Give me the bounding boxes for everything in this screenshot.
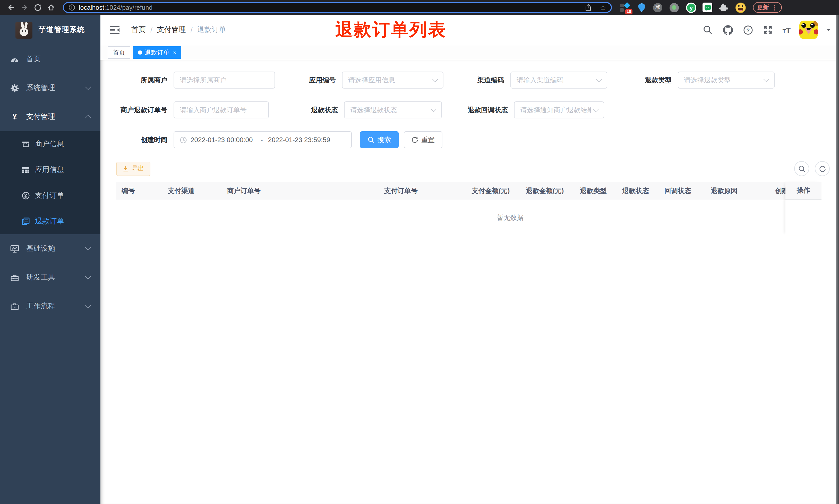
refund-table: 编号 支付渠道 商户订单号 支付订单号 支付金额(元) 退款金额(元) 退款类型… [117, 182, 821, 235]
toolbox-icon [10, 273, 19, 282]
chevron-down-icon [85, 303, 91, 308]
extension-chat-icon[interactable] [702, 2, 713, 13]
col-refund-status: 退款状态 [617, 182, 659, 200]
sidebar-item-merchant-info[interactable]: 商户信息 [0, 131, 101, 157]
browser-back-icon[interactable] [4, 2, 18, 13]
help-icon[interactable]: ? [743, 24, 754, 36]
browser-forward-icon[interactable] [18, 2, 31, 13]
table-grid-icon [22, 166, 30, 174]
sidebar-item-pay-order[interactable]: 支付订单 [0, 183, 101, 209]
create-time-range-picker[interactable]: 2022-01-23 00:00:00 - 2022-01-23 23:59:5… [174, 131, 352, 148]
document-copy-icon [22, 217, 30, 226]
search-button[interactable]: 搜索 [360, 131, 399, 148]
sidebar-collapse-icon[interactable] [110, 25, 120, 34]
sidebar-item-label: 系统管理 [26, 84, 55, 93]
briefcase-icon [10, 302, 19, 311]
show-search-button[interactable] [794, 161, 809, 176]
extension-puzzle-icon[interactable] [719, 2, 729, 13]
empty-text: 暂无数据 [497, 213, 523, 222]
refresh-table-button[interactable] [815, 161, 830, 176]
url-bar[interactable]: localhost:1024/pay/refund ☆ [63, 2, 612, 13]
sidebar-item-label: 支付管理 [26, 112, 55, 122]
channel-select[interactable]: 请输入渠道编码 [511, 72, 607, 89]
sidebar-item-label: 基础设施 [26, 244, 55, 253]
filter-row-1: 所属商户 请选择所属商户 应用编号 请选择应用信息 渠道编码 请输入渠道编码 [117, 72, 839, 89]
refund-status-select[interactable]: 请选择退款状态 [344, 102, 442, 119]
sidebar-item-devtools[interactable]: 研发工具 [0, 263, 101, 292]
extension-diamond-icon[interactable]: 10 [620, 2, 630, 13]
notify-status-label: 退款回调状态 [457, 105, 514, 114]
app-logo[interactable]: 芋道管理系统 [0, 15, 101, 45]
svg-text:?: ? [746, 27, 750, 33]
tag-home[interactable]: 首页 [108, 46, 130, 59]
tags-view: 首页 退款订单 × [101, 45, 839, 60]
filter-row-3: 创建时间 2022-01-23 00:00:00 - 2022-01-23 23… [117, 131, 839, 148]
extension-oval-icon[interactable] [670, 2, 680, 13]
app-select[interactable]: 请选择应用信息 [342, 72, 444, 89]
bookmark-star-icon[interactable]: ☆ [600, 4, 606, 11]
extension-badge: 10 [625, 9, 632, 14]
tag-close-icon[interactable]: × [173, 50, 176, 56]
merchant-refund-no-label: 商户退款订单号 [117, 105, 174, 114]
avatar[interactable] [799, 21, 818, 39]
browser-home-icon[interactable] [44, 2, 58, 13]
site-info-icon[interactable] [69, 4, 75, 11]
col-refund-type: 退款类型 [575, 182, 617, 200]
col-pay-order-no: 支付订单号 [379, 182, 467, 200]
filter-row-2: 商户退款订单号 请输入商户退款订单号 退款状态 请选择退款状态 退款回调状态 请… [117, 102, 839, 119]
yen-circle-icon [22, 192, 30, 200]
col-refund-reason: 退款原因 [706, 182, 770, 200]
merchant-label: 所属商户 [117, 75, 174, 85]
merchant-refund-no-input[interactable]: 请输入商户退款订单号 [174, 102, 269, 119]
font-size-icon[interactable]: TT [783, 25, 790, 34]
sidebar-item-infra[interactable]: 基础设施 [0, 234, 101, 263]
tag-refund-order[interactable]: 退款订单 × [133, 46, 181, 59]
breadcrumb-home[interactable]: 首页 [131, 25, 146, 35]
reset-button[interactable]: 重置 [404, 131, 442, 148]
extension-emoji-icon[interactable] [735, 2, 746, 13]
window-scrollbar[interactable] [836, 15, 839, 504]
chevron-down-icon [764, 76, 769, 82]
browser-menu-icon[interactable]: ⋮ [771, 4, 778, 11]
start-date-value[interactable]: 2022-01-23 00:00:00 [191, 136, 255, 144]
fixed-action-column: 操作 [785, 182, 821, 235]
end-date-value[interactable]: 2022-01-23 23:59:59 [268, 136, 333, 144]
sidebar-item-refund-order[interactable]: 退款订单 [0, 209, 101, 234]
url-path: :1024/pay/refund [104, 4, 153, 11]
browser-reload-icon[interactable] [31, 2, 44, 13]
chevron-down-icon [432, 76, 438, 82]
browser-toolbar: localhost:1024/pay/refund ☆ 10 ⌘ y [0, 0, 839, 15]
store-icon [22, 140, 30, 148]
merchant-input[interactable]: 请选择所属商户 [174, 72, 275, 89]
extension-y-icon[interactable]: y [686, 2, 696, 13]
github-icon[interactable] [722, 24, 734, 36]
active-dot [138, 51, 142, 55]
avatar-caret-icon[interactable] [827, 29, 831, 33]
navbar: 首页 / 支付管理 / 退款订单 退款订单列表 ? [101, 15, 839, 45]
search-icon [368, 137, 374, 143]
extension-command-icon[interactable]: ⌘ [653, 2, 663, 13]
fullscreen-icon[interactable] [763, 24, 774, 36]
breadcrumb-current: 退款订单 [197, 25, 226, 35]
share-icon[interactable] [585, 4, 592, 11]
sidebar-item-pay[interactable]: ¥ 支付管理 [0, 103, 101, 131]
gear-icon [10, 84, 19, 92]
table-toolbar: 导出 [117, 161, 830, 176]
sidebar-item-workflow[interactable]: 工作流程 [0, 292, 101, 321]
export-button[interactable]: 导出 [117, 161, 150, 176]
sidebar-item-system[interactable]: 系统管理 [0, 74, 101, 103]
header-search-icon[interactable] [702, 24, 714, 36]
sidebar-item-app-info[interactable]: 应用信息 [0, 157, 101, 183]
chevron-down-icon [593, 106, 599, 112]
notify-status-select[interactable]: 请选择通知商户退款结果 [514, 102, 604, 119]
extension-balloon-icon[interactable] [637, 2, 647, 13]
refund-list-page: 所属商户 请选择所属商户 应用编号 请选择应用信息 渠道编码 请输入渠道编码 [101, 60, 839, 235]
sidebar-item-home[interactable]: 首页 [0, 45, 101, 74]
breadcrumb-pay[interactable]: 支付管理 [157, 25, 186, 35]
refund-type-select[interactable]: 请选择退款类型 [678, 72, 774, 89]
col-pay-channel: 支付渠道 [163, 182, 222, 200]
chevron-down-icon [431, 106, 437, 112]
browser-update-button[interactable]: 更新 ⋮ [753, 2, 782, 13]
col-action: 操作 [785, 182, 821, 200]
chevron-down-icon [596, 76, 602, 82]
